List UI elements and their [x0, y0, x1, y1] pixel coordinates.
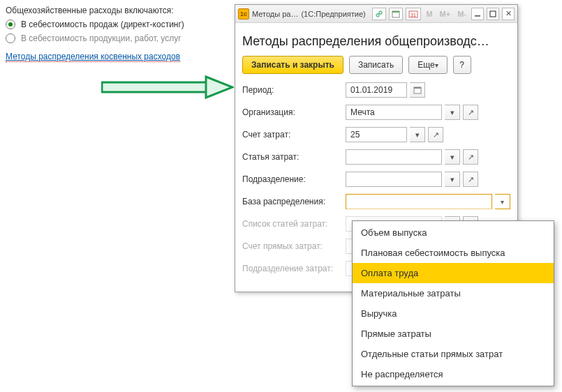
- more-button[interactable]: Еще: [408, 56, 447, 74]
- row-department: Подразделение: ▾ ↗: [242, 172, 510, 187]
- dropdown-icon[interactable]: ▾: [410, 127, 425, 142]
- window-subtitle: (1С:Предприятие): [301, 10, 365, 18]
- direct-cost-account-label: Счет прямых затрат:: [242, 241, 346, 251]
- open-ref-icon[interactable]: ↗: [428, 127, 443, 142]
- dropdown-item[interactable]: Выручка: [353, 303, 554, 324]
- maximize-button[interactable]: [487, 8, 499, 20]
- radio-label: В себестоимость продаж (директ-костинг): [21, 20, 184, 29]
- open-ref-icon[interactable]: ↗: [463, 149, 478, 165]
- app-icon: 1c: [238, 8, 249, 20]
- svg-line-4: [378, 13, 380, 15]
- minimize-button[interactable]: [471, 8, 484, 20]
- svg-rect-6: [392, 11, 399, 13]
- row-distribution-base: База распределения: ▾: [242, 194, 510, 209]
- article-list-label: Список статей затрат:: [242, 219, 346, 229]
- calendar-icon[interactable]: [389, 8, 403, 20]
- cost-department-label: Подразделение затрат:: [242, 264, 346, 273]
- row-cost-article: Статья затрат: ▾ ↗: [242, 149, 510, 165]
- distribution-base-label: База распределения:: [242, 197, 346, 206]
- open-ref-icon[interactable]: ↗: [463, 105, 478, 120]
- radio-icon: [6, 33, 15, 43]
- radio-option-cost-of-products[interactable]: В себестоимость продукции, работ, услуг: [6, 33, 229, 43]
- save-and-close-button[interactable]: Записать и закрыть: [242, 56, 343, 74]
- dialog-toolbar: Записать и закрыть Записать Еще ?: [242, 56, 510, 74]
- calendar-31-icon[interactable]: 31: [406, 8, 421, 20]
- svg-rect-13: [414, 87, 421, 89]
- dropdown-item[interactable]: Не распределяется: [353, 364, 554, 384]
- cost-account-input[interactable]: [346, 127, 407, 142]
- close-button[interactable]: ✕: [502, 8, 515, 20]
- radio-option-direct-costing[interactable]: В себестоимость продаж (директ-костинг): [6, 20, 229, 29]
- department-input[interactable]: [346, 172, 442, 187]
- memory-mplus-icon: M+: [438, 10, 453, 18]
- svg-rect-10: [475, 15, 480, 17]
- dropdown-icon[interactable]: ▾: [445, 105, 460, 120]
- distribution-base-input[interactable]: [346, 194, 492, 209]
- cost-article-input[interactable]: [346, 149, 442, 165]
- organization-label: Организация:: [242, 107, 346, 117]
- indirect-costs-link[interactable]: Методы распределения косвенных расходов: [6, 52, 180, 62]
- open-ref-icon[interactable]: ↗: [463, 172, 478, 187]
- svg-marker-1: [206, 77, 232, 98]
- svg-rect-0: [102, 82, 207, 92]
- help-button[interactable]: ?: [453, 56, 471, 74]
- radio-icon: [6, 20, 15, 29]
- dropdown-item[interactable]: Объем выпуска: [353, 223, 554, 243]
- window-title: Методы ра…: [252, 10, 298, 18]
- period-input[interactable]: [346, 82, 407, 98]
- pointer-arrow: [101, 75, 234, 101]
- dropdown-item[interactable]: Оплата труда: [353, 263, 554, 283]
- dropdown-item[interactable]: Прямые затраты: [353, 324, 554, 344]
- settings-panel: Общехозяйственные расходы включаются: В …: [6, 6, 229, 62]
- memory-mminus-icon: M-: [455, 10, 468, 18]
- memory-m-icon: M: [424, 10, 434, 18]
- svg-text:31: 31: [411, 13, 416, 17]
- radio-label: В себестоимость продукции, работ, услуг: [21, 33, 182, 43]
- save-button[interactable]: Записать: [349, 56, 403, 74]
- organization-input[interactable]: [346, 105, 442, 120]
- toolbar-link-icon[interactable]: [372, 8, 386, 20]
- section-heading: Общехозяйственные расходы включаются:: [6, 6, 229, 15]
- calendar-picker-icon[interactable]: [410, 82, 425, 98]
- row-period: Период:: [242, 82, 510, 98]
- row-cost-account: Счет затрат: ▾ ↗: [242, 127, 510, 142]
- dropdown-icon[interactable]: ▾: [495, 194, 510, 209]
- dropdown-icon[interactable]: ▾: [445, 172, 460, 187]
- dropdown-item[interactable]: Плановая себестоимость выпуска: [353, 243, 554, 263]
- dropdown-item[interactable]: Материальные затраты: [353, 283, 554, 303]
- row-organization: Организация: ▾ ↗: [242, 105, 510, 120]
- dropdown-icon[interactable]: ▾: [445, 149, 460, 165]
- cost-account-label: Счет затрат:: [242, 130, 346, 140]
- dialog-heading: Методы распределения общепроизводс…: [242, 34, 510, 49]
- dropdown-item[interactable]: Отдельные статьи прямых затрат: [353, 344, 554, 364]
- period-label: Период:: [242, 85, 346, 95]
- department-label: Подразделение:: [242, 174, 346, 184]
- cost-article-label: Статья затрат:: [242, 152, 346, 162]
- titlebar[interactable]: 1c Методы ра… (1С:Предприятие) 31 M M+ M…: [235, 5, 517, 23]
- svg-rect-11: [490, 11, 496, 17]
- distribution-base-dropdown[interactable]: Объем выпускаПлановая себестоимость выпу…: [352, 220, 554, 386]
